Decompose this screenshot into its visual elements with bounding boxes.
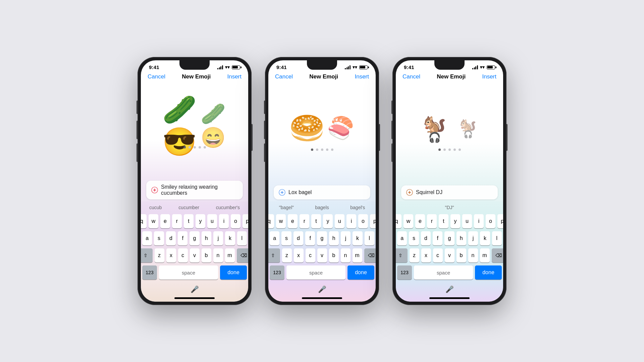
key-z-1[interactable]: z [155,248,164,262]
autocomplete-3-1[interactable]: "DJ" [442,203,457,212]
key-i-1[interactable]: i [219,214,229,228]
key-r-1[interactable]: r [172,214,182,228]
key-a-1[interactable]: a [142,231,152,245]
key-n-2[interactable]: n [341,248,351,262]
key-delete-2[interactable]: ⌫ [364,248,376,262]
key-b-2[interactable]: b [329,248,339,262]
key-space-3[interactable]: space [414,265,473,280]
key-v-2[interactable]: v [317,248,327,262]
key-h-3[interactable]: h [457,231,466,245]
key-t-3[interactable]: t [439,214,448,228]
power-button-1[interactable] [251,124,253,151]
key-g-3[interactable]: g [444,231,454,245]
mic-icon-1[interactable]: 🎤 [191,285,199,293]
key-o-3[interactable]: o [486,214,495,228]
key-l-1[interactable]: l [237,231,247,245]
key-s-1[interactable]: s [154,231,164,245]
cancel-button-1[interactable]: Cancel [148,73,165,80]
key-y-3[interactable]: y [450,214,460,228]
autocomplete-2-3[interactable]: bagel's [347,203,368,212]
key-123-2[interactable]: 123 [270,265,284,280]
key-123-3[interactable]: 123 [397,265,412,280]
key-space-2[interactable]: space [286,265,345,280]
autocomplete-1-2[interactable]: cucumber [176,203,202,212]
key-q-3[interactable]: q [396,214,401,228]
key-w-3[interactable]: w [404,214,413,228]
text-input-field-1[interactable]: Smiley relaxing wearing cucumbers [146,181,243,199]
emoji-secondary-1[interactable]: 🥒😄 [201,114,225,137]
power-button-3[interactable] [506,124,507,151]
key-k-2[interactable]: k [353,231,362,245]
key-p-3[interactable]: p [497,214,503,228]
key-r-3[interactable]: r [427,214,437,228]
key-c-3[interactable]: c [433,248,443,262]
key-u-3[interactable]: u [462,214,472,228]
vol-up-button-3[interactable] [391,121,393,139]
key-j-2[interactable]: j [341,231,351,245]
key-j-3[interactable]: j [468,231,478,245]
key-o-1[interactable]: o [231,214,240,228]
key-d-3[interactable]: d [421,231,431,245]
key-m-2[interactable]: m [353,248,362,262]
key-e-3[interactable]: e [415,214,425,228]
key-delete-1[interactable]: ⌫ [237,248,249,262]
key-h-2[interactable]: h [329,231,339,245]
vol-up-button-1[interactable] [137,121,138,139]
key-q-1[interactable]: q [141,214,147,228]
key-y-1[interactable]: y [196,214,205,228]
vol-up-button-2[interactable] [264,121,265,139]
key-j-1[interactable]: j [213,231,223,245]
emoji-main-1[interactable]: 🥒😎 [164,111,195,141]
key-i-3[interactable]: i [474,214,484,228]
key-l-3[interactable]: l [492,231,502,245]
key-x-1[interactable]: x [166,248,176,262]
key-s-3[interactable]: s [409,231,419,245]
key-b-1[interactable]: b [202,248,211,262]
key-u-1[interactable]: u [207,214,217,228]
autocomplete-2-2[interactable]: bagels [313,203,332,212]
key-f-3[interactable]: f [433,231,442,245]
action-button-2[interactable] [264,101,265,114]
key-123-1[interactable]: 123 [142,265,157,280]
cancel-button-3[interactable]: Cancel [402,73,420,80]
vol-down-button-1[interactable] [137,143,138,162]
key-p-1[interactable]: p [243,214,248,228]
action-button-1[interactable] [137,101,138,114]
key-i-2[interactable]: i [346,214,356,228]
vol-down-button-2[interactable] [264,143,265,162]
key-x-2[interactable]: x [294,248,304,262]
key-done-1[interactable]: done [220,265,247,280]
key-t-2[interactable]: t [311,214,321,228]
key-a-2[interactable]: a [270,231,279,245]
emoji-main-2[interactable]: 🥯 [292,113,322,143]
emoji-secondary-2[interactable]: 🍣 [329,116,352,140]
key-b-3[interactable]: b [457,248,466,262]
key-n-1[interactable]: n [213,248,223,262]
key-done-2[interactable]: done [347,265,374,280]
power-button-2[interactable] [379,124,380,151]
key-w-1[interactable]: w [149,214,158,228]
emoji-main-3[interactable]: 🐿️ 🎧 [419,113,449,143]
key-r-2[interactable]: r [300,214,309,228]
key-shift-2[interactable]: ⇧ [268,248,280,262]
key-delete-3[interactable]: ⌫ [492,248,503,262]
key-z-3[interactable]: z [410,248,419,262]
key-o-2[interactable]: o [358,214,368,228]
autocomplete-1-1[interactable]: cucub [147,203,164,212]
key-q-2[interactable]: q [268,214,274,228]
insert-button-2[interactable]: Insert [355,73,369,80]
key-u-2[interactable]: u [335,214,344,228]
key-e-2[interactable]: e [288,214,298,228]
key-h-1[interactable]: h [202,231,211,245]
key-k-1[interactable]: k [225,231,235,245]
key-e-1[interactable]: e [160,214,170,228]
key-s-2[interactable]: s [281,231,291,245]
mic-icon-2[interactable]: 🎤 [318,285,326,293]
autocomplete-2-1[interactable]: "bagel" [276,203,297,212]
key-shift-3[interactable]: ⇧ [396,248,408,262]
key-x-3[interactable]: x [421,248,431,262]
insert-button-3[interactable]: Insert [482,73,496,80]
key-done-3[interactable]: done [475,265,502,280]
key-f-1[interactable]: f [178,231,187,245]
autocomplete-1-3[interactable]: cucumber's [213,203,243,212]
